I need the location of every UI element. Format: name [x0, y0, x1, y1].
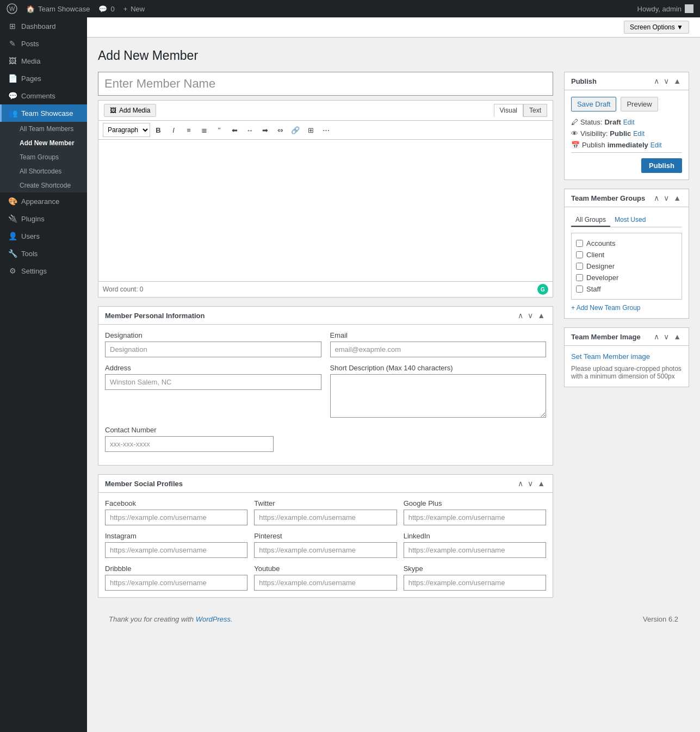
paragraph-select[interactable]: Paragraph — [103, 123, 150, 137]
email-input[interactable] — [330, 342, 547, 357]
image-toggle[interactable]: ▲ — [672, 332, 682, 341]
collapse-down-button[interactable]: ∨ — [526, 311, 534, 320]
wp-logo[interactable]: W — [7, 3, 17, 14]
editor-content-area[interactable] — [98, 140, 553, 281]
team-member-groups-header[interactable]: Team Member Groups ∧ ∨ ▲ — [565, 189, 689, 207]
new-item-link[interactable]: + New — [123, 5, 145, 13]
more-button[interactable]: ⋯ — [319, 123, 333, 137]
submenu-team-groups[interactable]: Team Groups — [0, 150, 87, 164]
social-collapse-up[interactable]: ∧ — [517, 479, 524, 488]
set-team-member-image-link[interactable]: Set Team Member image — [571, 352, 650, 361]
sidebar-item-settings[interactable]: ⚙ Settings — [0, 262, 87, 280]
visibility-edit-link[interactable]: Edit — [633, 130, 645, 138]
social-field-input[interactable] — [105, 510, 247, 525]
social-field-input[interactable] — [105, 575, 247, 591]
team-member-image-header[interactable]: Team Member Image ∧ ∨ ▲ — [565, 328, 689, 346]
team-member-image-body: Set Team Member image Please upload squa… — [565, 346, 689, 387]
sidebar-item-comments[interactable]: 💬 Comments — [0, 87, 87, 104]
preview-button[interactable]: Preview — [621, 97, 658, 111]
social-field-input[interactable] — [254, 510, 397, 525]
toggle-button[interactable]: ▲ — [536, 311, 546, 320]
sidebar-item-team-showcase[interactable]: 👥 Team Showcase — [0, 104, 87, 122]
groups-collapse-down[interactable]: ∨ — [662, 194, 670, 202]
italic-button[interactable]: I — [166, 123, 181, 137]
sidebar-item-plugins[interactable]: 🔌 Plugins — [0, 210, 87, 227]
collapse-up-button[interactable]: ∧ — [517, 311, 524, 320]
submenu-all-shortcodes[interactable]: All Shortcodes — [0, 164, 87, 178]
contact-input[interactable] — [105, 436, 274, 452]
groups-toggle[interactable]: ▲ — [672, 194, 682, 202]
short-desc-input[interactable] — [330, 374, 547, 418]
link-button[interactable]: 🔗 — [288, 123, 302, 137]
plus-icon: + — [123, 5, 128, 13]
sidebar-item-tools[interactable]: 🔧 Tools — [0, 245, 87, 262]
submenu-create-shortcode[interactable]: Create Shortcode — [0, 178, 87, 193]
publish-metabox-header[interactable]: Publish ∧ ∨ ▲ — [565, 72, 689, 90]
comments-link[interactable]: 💬 0 — [98, 5, 114, 13]
align-left-button[interactable]: ⬅ — [227, 123, 241, 137]
member-personal-info-header[interactable]: Member Personal Information ∧ ∨ ▲ — [98, 307, 553, 325]
social-field-input[interactable] — [254, 575, 397, 591]
member-social-profiles-header[interactable]: Member Social Profiles ∧ ∨ ▲ — [98, 475, 553, 493]
align-center-button[interactable]: ↔ — [243, 123, 257, 137]
sidebar-item-dashboard[interactable]: ⊞ Dashboard — [0, 17, 87, 35]
ordered-list-button[interactable]: ≣ — [197, 123, 211, 137]
group-checkbox[interactable] — [576, 263, 583, 270]
bold-button[interactable]: B — [151, 123, 165, 137]
sidebar-item-pages[interactable]: 📄 Pages — [0, 70, 87, 87]
social-field-input[interactable] — [254, 542, 397, 558]
social-field-input[interactable] — [105, 542, 247, 558]
image-hint: Please upload square-cropped photos with… — [571, 365, 682, 380]
image-collapse-down[interactable]: ∨ — [662, 332, 670, 341]
unordered-list-button[interactable]: ≡ — [182, 123, 196, 137]
social-field-col: Dribbble — [105, 564, 247, 591]
social-field-input[interactable] — [404, 542, 546, 558]
group-checkbox[interactable] — [576, 274, 583, 281]
add-media-button[interactable]: 🖼 Add Media — [104, 104, 156, 117]
all-groups-tab[interactable]: All Groups — [571, 214, 610, 227]
group-label: Developer — [586, 274, 618, 282]
sidebar-item-users[interactable]: 👤 Users — [0, 227, 87, 245]
sidebar-item-media[interactable]: 🖼 Media — [0, 52, 87, 70]
save-draft-button[interactable]: Save Draft — [571, 97, 616, 111]
designation-input[interactable] — [105, 342, 321, 357]
blockquote-button[interactable]: " — [212, 123, 226, 137]
image-collapse-up[interactable]: ∧ — [653, 332, 660, 341]
social-field-label: Twitter — [254, 499, 397, 507]
submenu-add-new-member[interactable]: Add New Member — [0, 136, 87, 150]
align-right-button[interactable]: ➡ — [258, 123, 272, 137]
submenu-all-team-members[interactable]: All Team Members — [0, 122, 87, 136]
visual-tab[interactable]: Visual — [494, 104, 523, 117]
social-field-input[interactable] — [404, 510, 546, 525]
sidebar-item-posts[interactable]: ✎ Posts — [0, 35, 87, 52]
group-checkbox[interactable] — [576, 240, 583, 247]
table-button[interactable]: ⊞ — [303, 123, 318, 137]
social-collapse-down[interactable]: ∨ — [526, 479, 534, 488]
edit-sidebar: Publish ∧ ∨ ▲ Save Draft Preview — [564, 72, 689, 396]
social-field-input[interactable] — [404, 575, 546, 591]
wordpress-link[interactable]: WordPress — [196, 615, 231, 623]
publish-button[interactable]: Publish — [641, 158, 682, 173]
group-checkbox[interactable] — [576, 251, 583, 258]
group-checkbox[interactable] — [576, 286, 583, 293]
site-name-link[interactable]: 🏠 Team Showcase — [26, 5, 90, 13]
publish-collapse-down[interactable]: ∨ — [662, 77, 670, 85]
publish-collapse-up[interactable]: ∧ — [653, 77, 660, 85]
screen-options-button[interactable]: Screen Options ▼ — [624, 21, 689, 34]
align-full-button[interactable]: ⇔ — [273, 123, 287, 137]
text-tab[interactable]: Text — [523, 104, 547, 117]
group-label: Designer — [586, 262, 615, 270]
status-edit-link[interactable]: Edit — [623, 119, 635, 126]
member-social-profiles-body: Facebook Twitter Google Plus Instagram P… — [98, 493, 553, 597]
post-title-input[interactable] — [98, 72, 553, 96]
groups-collapse-up[interactable]: ∧ — [653, 194, 660, 202]
howdy-link[interactable]: Howdy, admin — [637, 4, 693, 13]
address-input[interactable] — [105, 374, 321, 390]
sidebar-item-appearance[interactable]: 🎨 Appearance — [0, 193, 87, 210]
add-new-group-link[interactable]: + Add New Team Group — [571, 304, 682, 312]
most-used-tab[interactable]: Most Used — [610, 214, 650, 227]
tools-icon: 🔧 — [8, 249, 17, 258]
publish-toggle[interactable]: ▲ — [672, 77, 682, 85]
publish-time-edit-link[interactable]: Edit — [651, 141, 662, 149]
social-toggle[interactable]: ▲ — [536, 479, 546, 488]
